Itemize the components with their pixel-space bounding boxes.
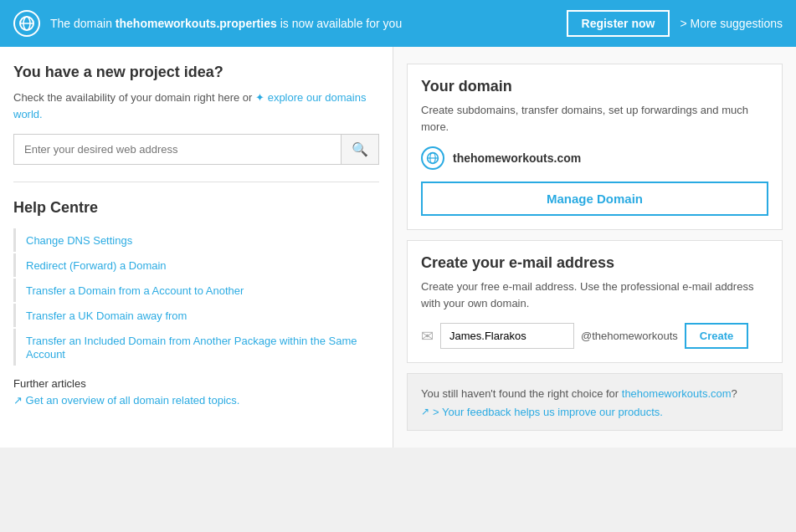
help-link-transfer-included[interactable]: Transfer an Included Domain from Another… [26,335,357,361]
search-input[interactable] [14,135,341,164]
all-domain-topics-link[interactable]: ↗ Get an overview of all domain related … [13,394,239,407]
help-centre-section: Help Centre Change DNS Settings Redirect… [13,199,379,407]
footer-domain-link[interactable]: thehomeworkouts.com [622,387,732,400]
help-link-redirect[interactable]: Redirect (Forward) a Domain [26,259,167,272]
email-section: Create your e-mail address Create your f… [407,240,783,363]
manage-domain-button[interactable]: Manage Domain [421,182,768,216]
new-project-heading: You have a new project idea? [13,64,379,81]
help-link-transfer-uk[interactable]: Transfer a UK Domain away from [26,309,187,322]
list-item: Transfer a Domain from a Account to Anot… [13,279,379,302]
search-button[interactable]: 🔍 [341,135,378,164]
your-domain-heading: Your domain [421,78,768,95]
more-suggestions-link[interactable]: > More suggestions [680,17,783,30]
register-now-button[interactable]: Register now [567,10,670,37]
footer-text: You still haven't found the right choice… [421,386,768,402]
list-item: Transfer an Included Domain from Another… [13,329,379,366]
feedback-link[interactable]: > Your feedback helps us improve our pro… [421,406,768,418]
mail-icon: ✉ [421,327,434,345]
further-articles-label: Further articles [13,377,379,390]
current-domain-name: thehomeworkouts.com [453,151,581,165]
left-column: You have a new project idea? Check the a… [0,47,393,448]
email-heading: Create your e-mail address [421,254,768,272]
right-column: Your domain Create subdomains, transfer … [393,47,796,448]
new-project-section: You have a new project idea? Check the a… [13,64,379,182]
email-username-input[interactable] [440,323,574,349]
create-email-button[interactable]: Create [685,323,748,349]
list-item: Redirect (Forward) a Domain [13,253,379,277]
email-domain-suffix: @thehomeworkouts [581,330,678,342]
domain-highlight: thehomeworkouts.properties [116,17,277,30]
help-links-list: Change DNS Settings Redirect (Forward) a… [13,228,379,366]
footer-info-section: You still haven't found the right choice… [407,373,783,431]
help-link-dns[interactable]: Change DNS Settings [26,234,132,247]
availability-message: The domain thehomeworkouts.properties is… [50,17,557,30]
help-centre-heading: Help Centre [13,199,379,217]
email-description: Create your free e-mail address. Use the… [421,279,768,311]
main-content: You have a new project idea? Check the a… [0,47,796,448]
domain-globe-icon [421,146,444,170]
logo-icon [13,10,40,37]
help-link-transfer-account[interactable]: Transfer a Domain from a Account to Anot… [26,284,244,297]
domain-search-box: 🔍 [13,134,379,165]
your-domain-section: Your domain Create subdomains, transfer … [407,64,783,230]
email-row: ✉ @thehomeworkouts Create [421,323,768,349]
list-item: Change DNS Settings [13,228,379,252]
new-project-description: Check the availability of your domain ri… [13,90,379,122]
domain-row: thehomeworkouts.com [421,146,768,170]
further-articles-section: Further articles ↗ Get an overview of al… [13,377,379,407]
header-banner: The domain thehomeworkouts.properties is… [0,0,796,47]
list-item: Transfer a UK Domain away from [13,304,379,327]
your-domain-description: Create subdomains, transfer domains, set… [421,102,768,135]
